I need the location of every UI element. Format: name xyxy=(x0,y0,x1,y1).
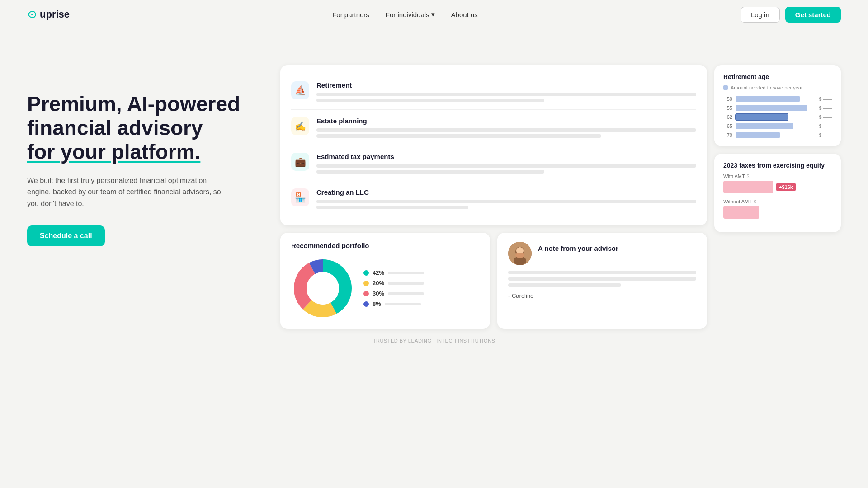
schedule-call-button[interactable]: Schedule a call xyxy=(27,225,105,246)
legend-label: Amount needed to save per year xyxy=(731,85,803,90)
logo[interactable]: uprise xyxy=(27,9,70,20)
estate-bars xyxy=(316,128,696,138)
estate-icon: ✍️ xyxy=(291,117,309,135)
advisor-note-title: A note from your advisor xyxy=(538,244,618,252)
llc-bars xyxy=(316,200,696,209)
amt-badge: +$16k xyxy=(776,183,796,191)
tax-icon: 💼 xyxy=(291,153,309,171)
get-started-button[interactable]: Get started xyxy=(785,7,841,23)
ret-row-55: 55 $ —— xyxy=(723,105,832,111)
svg-point-11 xyxy=(515,253,524,258)
retirement-rows: 50 $ —— 55 $ —— 62 xyxy=(723,96,832,138)
donut-svg xyxy=(291,257,354,320)
with-amt-dollar: $—— xyxy=(747,174,759,179)
feature-tax: 💼 Estimated tax payments xyxy=(291,145,696,181)
advisor-card: A note from your advisor - Caroline xyxy=(497,233,707,329)
legend-blue: 8% xyxy=(363,300,424,307)
bottom-row: Recommended portfolio xyxy=(280,233,707,329)
donut-chart xyxy=(291,257,354,320)
with-amt-bar xyxy=(723,181,773,193)
portfolio-card: Recommended portfolio xyxy=(280,233,490,329)
legend-yellow: 20% xyxy=(363,280,424,286)
without-amt-bar xyxy=(723,206,760,219)
with-amt-row: With AMT $—— +$16k xyxy=(723,174,832,193)
nav-actions: Log in Get started xyxy=(741,7,841,23)
feature-retirement: ⛵ Retirement xyxy=(291,74,696,110)
ret-row-62: 62 $ —— xyxy=(723,114,832,120)
svg-point-0 xyxy=(31,14,33,15)
legend-color-teal xyxy=(363,270,369,276)
llc-icon: 🏪 xyxy=(291,188,309,206)
retirement-legend: Amount needed to save per year xyxy=(723,85,832,90)
feature-llc: 🏪 Creating an LLC xyxy=(291,181,696,216)
hero-description: We built the first truly personalized fi… xyxy=(27,175,226,210)
with-amt-label: With AMT xyxy=(723,174,745,179)
legend-dot xyxy=(723,85,728,90)
feature-retirement-title: Retirement xyxy=(316,81,696,89)
advisor-avatar xyxy=(508,242,532,265)
hero-title: Premium, AI-powered financial advisory f… xyxy=(27,92,262,164)
ret-row-50: 50 $ —— xyxy=(723,96,832,102)
retirement-age-title: Retirement age xyxy=(723,73,832,80)
legend-red: 30% xyxy=(363,290,424,297)
hero-section: Premium, AI-powered financial advisory f… xyxy=(27,56,262,246)
without-amt-label: Without AMT xyxy=(723,199,752,204)
retirement-icon: ⛵ xyxy=(291,81,309,99)
taxes-title: 2023 taxes from exercising equity xyxy=(723,162,832,169)
advisor-photo xyxy=(508,242,532,265)
panels-grid: ⛵ Retirement ✍️ Estate planning xyxy=(280,56,841,329)
legend-color-red xyxy=(363,291,369,296)
main-content: Premium, AI-powered financial advisory f… xyxy=(0,29,868,329)
retirement-bars xyxy=(316,93,696,102)
without-amt-row: Without AMT $—— xyxy=(723,199,832,219)
advisor-signature: - Caroline xyxy=(508,292,696,299)
portfolio-title: Recommended portfolio xyxy=(291,242,479,249)
nav-about-us[interactable]: About us xyxy=(451,11,478,19)
advisor-note-lines xyxy=(508,271,696,287)
ret-row-70: 70 $ —— xyxy=(723,132,832,138)
feature-estate: ✍️ Estate planning xyxy=(291,110,696,145)
portfolio-legend: 42% 20% 30% xyxy=(363,269,424,307)
navbar: uprise For partners For individuals ▾ Ab… xyxy=(0,0,868,29)
legend-color-blue xyxy=(363,301,369,307)
without-amt-dollar: $—— xyxy=(754,199,765,204)
nav-for-individuals[interactable]: For individuals ▾ xyxy=(386,10,435,19)
feature-estate-title: Estate planning xyxy=(316,117,696,125)
feature-tax-title: Estimated tax payments xyxy=(316,153,696,160)
tax-bars xyxy=(316,164,696,174)
retirement-age-card: Retirement age Amount needed to save per… xyxy=(714,65,841,146)
svg-point-6 xyxy=(307,272,339,305)
taxes-card: 2023 taxes from exercising equity With A… xyxy=(714,154,841,232)
chevron-down-icon: ▾ xyxy=(431,10,435,19)
features-card: ⛵ Retirement ✍️ Estate planning xyxy=(280,65,707,225)
legend-teal: 42% xyxy=(363,269,424,276)
nav-for-partners[interactable]: For partners xyxy=(332,11,369,19)
feature-llc-title: Creating an LLC xyxy=(316,188,696,196)
nav-links: For partners For individuals ▾ About us xyxy=(332,10,478,19)
footer-note: TRUSTED BY LEADING FINTECH INSTITUTIONS xyxy=(0,329,868,343)
login-button[interactable]: Log in xyxy=(741,7,780,23)
right-column: Retirement age Amount needed to save per… xyxy=(714,65,841,329)
ret-row-65: 65 $ —— xyxy=(723,123,832,129)
legend-color-yellow xyxy=(363,281,369,286)
